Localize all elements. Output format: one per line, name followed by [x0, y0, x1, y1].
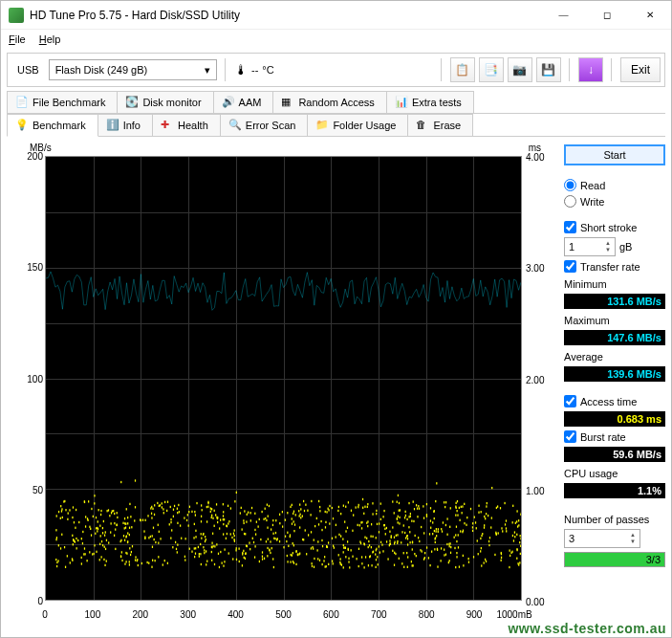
svg-rect-638 — [60, 505, 61, 507]
svg-rect-631 — [338, 506, 339, 508]
svg-rect-54 — [90, 528, 91, 530]
svg-rect-102 — [423, 532, 424, 534]
copy-info-button[interactable]: 📋 — [450, 57, 475, 82]
svg-rect-514 — [397, 534, 398, 536]
short-stroke-input[interactable]: 1 ▲▼ — [564, 237, 616, 256]
tab-folder-usage[interactable]: 📁Folder Usage — [307, 114, 408, 136]
tab-disk-monitor[interactable]: 💽Disk monitor — [117, 91, 213, 113]
svg-rect-797 — [204, 549, 205, 551]
svg-rect-290 — [446, 517, 447, 519]
ytick-right: 4.00 — [526, 150, 556, 163]
svg-rect-66 — [516, 558, 517, 560]
svg-rect-381 — [151, 517, 152, 518]
drive-select[interactable]: Flash Disk (249 gB) ▾ — [49, 59, 217, 80]
menu-help[interactable]: Help — [39, 33, 61, 45]
info-icon: ℹ️ — [106, 119, 119, 132]
monitor-icon: 💽 — [125, 96, 139, 109]
svg-rect-206 — [244, 510, 245, 512]
short-stroke-check[interactable]: Short stroke — [564, 221, 665, 233]
num-passes-input[interactable]: 3 ▲▼ — [564, 529, 640, 548]
svg-rect-603 — [261, 511, 262, 513]
svg-rect-875 — [506, 530, 507, 532]
tab-row-top: 📄File Benchmark 💽Disk monitor 🔊AAM ▦Rand… — [7, 91, 665, 114]
svg-rect-34 — [55, 539, 56, 540]
svg-rect-403 — [519, 541, 520, 543]
svg-rect-528 — [482, 533, 483, 535]
svg-rect-575 — [317, 540, 318, 542]
svg-rect-618 — [62, 517, 63, 518]
svg-rect-663 — [316, 549, 317, 551]
svg-rect-606 — [84, 553, 85, 555]
maximum-value: 147.6 MB/s — [564, 330, 665, 345]
svg-rect-184 — [464, 522, 465, 524]
svg-rect-812 — [200, 553, 201, 555]
copy-results-button[interactable]: 📑 — [479, 57, 504, 82]
screenshot-button[interactable]: 📷 — [508, 57, 532, 82]
svg-rect-740 — [75, 527, 76, 529]
svg-rect-364 — [214, 545, 215, 547]
transfer-rate-check[interactable]: Transfer rate — [564, 260, 665, 273]
svg-rect-894 — [520, 514, 521, 516]
tab-extra-tests[interactable]: 📊Extra tests — [386, 91, 474, 113]
svg-rect-330 — [513, 539, 514, 541]
save-button[interactable]: 💾 — [536, 57, 561, 82]
svg-rect-400 — [173, 509, 174, 511]
write-radio[interactable]: Write — [564, 195, 665, 208]
svg-rect-565 — [199, 555, 200, 557]
svg-rect-348 — [177, 508, 178, 510]
svg-rect-305 — [262, 558, 263, 560]
svg-rect-782 — [223, 503, 224, 505]
menu-file[interactable]: File — [9, 33, 26, 45]
svg-rect-895 — [455, 506, 456, 508]
svg-rect-251 — [409, 531, 410, 533]
svg-rect-146 — [132, 545, 133, 547]
svg-rect-13 — [195, 514, 196, 516]
svg-rect-229 — [56, 561, 57, 563]
svg-rect-817 — [160, 538, 161, 539]
svg-rect-810 — [279, 522, 280, 524]
tab-random-access[interactable]: ▦Random Access — [272, 91, 386, 113]
burst-rate-check[interactable]: Burst rate — [564, 430, 665, 443]
svg-rect-719 — [423, 558, 424, 560]
tab-file-benchmark[interactable]: 📄File Benchmark — [7, 91, 118, 113]
tab-aam[interactable]: 🔊AAM — [213, 91, 274, 113]
thermometer-icon: 🌡 — [234, 62, 248, 77]
svg-rect-441 — [424, 552, 425, 554]
tab-info[interactable]: ℹ️Info — [98, 114, 153, 136]
svg-rect-153 — [420, 549, 421, 551]
spinner-icon[interactable]: ▲▼ — [605, 240, 611, 253]
svg-rect-375 — [250, 519, 251, 521]
svg-rect-390 — [87, 517, 88, 519]
svg-rect-322 — [371, 546, 372, 548]
svg-rect-696 — [151, 513, 152, 515]
svg-rect-279 — [401, 531, 402, 533]
minimize-button[interactable]: — — [542, 1, 585, 30]
svg-rect-150 — [477, 539, 478, 541]
exit-button[interactable]: Exit — [620, 57, 661, 82]
svg-rect-816 — [81, 562, 82, 564]
tab-error-scan[interactable]: 🔍Error Scan — [220, 114, 309, 136]
svg-rect-551 — [206, 539, 206, 540]
svg-rect-249 — [215, 514, 216, 516]
svg-rect-609 — [411, 561, 412, 562]
svg-rect-423 — [367, 525, 368, 527]
start-button[interactable]: Start — [564, 144, 665, 165]
svg-rect-818 — [228, 505, 228, 507]
svg-rect-426 — [403, 566, 404, 568]
toolbar: USB Flash Disk (249 gB) ▾ 🌡 -- °C 📋 📑 📷 … — [7, 53, 665, 87]
access-time-check[interactable]: Access time — [564, 395, 665, 407]
tab-health[interactable]: ✚Health — [152, 114, 221, 136]
close-button[interactable]: ✕ — [628, 1, 671, 30]
svg-rect-5 — [70, 561, 71, 563]
xtick: 1000mB — [496, 609, 531, 620]
svg-rect-480 — [338, 534, 339, 536]
maximize-button[interactable]: ◻ — [585, 1, 628, 30]
svg-rect-864 — [329, 505, 330, 507]
options-button[interactable]: ↓ — [578, 57, 603, 82]
read-radio[interactable]: Read — [564, 179, 665, 191]
svg-rect-53 — [489, 537, 490, 539]
svg-rect-518 — [303, 539, 304, 540]
tab-erase[interactable]: 🗑Erase — [407, 114, 473, 136]
spinner-icon[interactable]: ▲▼ — [630, 532, 636, 545]
tab-benchmark[interactable]: 💡Benchmark — [7, 114, 98, 137]
